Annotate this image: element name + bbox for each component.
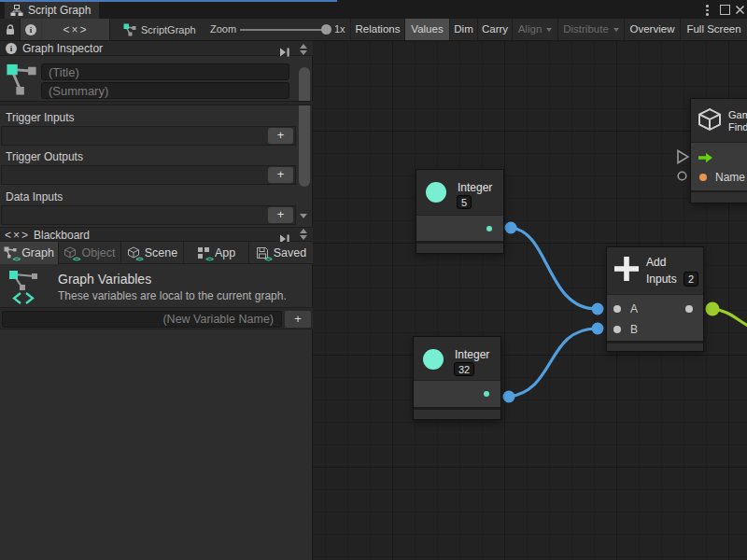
- relations-button[interactable]: Relations: [350, 19, 404, 40]
- graph-variables-heading: Graph Variables: [58, 272, 151, 287]
- add-icon: [614, 257, 639, 281]
- fullscreen-button[interactable]: Full Screen: [680, 19, 747, 40]
- tab-saved[interactable]: <> Saved: [249, 242, 313, 264]
- blackboard-scroll-up-icon[interactable]: [300, 229, 307, 233]
- integer-node-5[interactable]: Integer 5: [416, 170, 503, 253]
- graph-icon-large: [6, 62, 37, 96]
- output-port[interactable]: [685, 305, 693, 313]
- node-title: Integer: [455, 348, 489, 361]
- unconnected-flow-port-icon[interactable]: [678, 151, 688, 163]
- input-port-a[interactable]: [613, 305, 621, 313]
- zoom-slider-track[interactable]: [240, 29, 330, 31]
- node-body: A B: [607, 294, 703, 341]
- breadcrumb-label: ScriptGraph: [141, 24, 196, 35]
- add-data-input-button[interactable]: +: [268, 207, 293, 223]
- inspector-scroll-down-icon[interactable]: [300, 214, 307, 218]
- name-port-label: Name: [715, 171, 745, 184]
- add-trigger-output-button[interactable]: +: [268, 167, 293, 183]
- trigger-outputs-list: +: [1, 165, 296, 185]
- tab-app[interactable]: <> App: [184, 242, 249, 264]
- new-variable-row: +: [0, 307, 313, 329]
- window-menu-icon[interactable]: [706, 5, 709, 18]
- blackboard-scroll-down-icon[interactable]: [300, 235, 307, 240]
- trigger-outputs-label: Trigger Outputs: [6, 150, 83, 163]
- node-body: [416, 215, 503, 241]
- blackboard-header[interactable]: <×> Blackboard: [0, 227, 313, 242]
- toolbar-buttons: Relations Values Dim Carry Align Distrib…: [350, 19, 747, 40]
- add-node[interactable]: Add Inputs 2 A B: [607, 247, 703, 351]
- blackboard-title: Blackboard: [34, 228, 90, 243]
- distribute-caret-icon: [613, 28, 619, 32]
- tab-graph[interactable]: <> Graph: [0, 242, 59, 264]
- graph-variables-description: These variables are local to the current…: [58, 289, 287, 302]
- tab-title: Script Graph: [28, 4, 91, 17]
- node-title: Add: [646, 256, 666, 269]
- graph-variables-icon: [9, 269, 41, 306]
- blackboard-tabs: <> Graph <> Object <> Scene: [0, 242, 313, 264]
- script-graph-window: Script Graph i <×>: [0, 0, 747, 560]
- carry-button[interactable]: Carry: [477, 19, 512, 40]
- name-input-port[interactable]: [699, 174, 707, 181]
- inputs-label: Inputs: [646, 273, 677, 286]
- output-port[interactable]: [484, 391, 489, 397]
- tab-script-graph[interactable]: Script Graph: [5, 2, 99, 19]
- graph-inspector-header[interactable]: i Graph Inspector: [0, 41, 313, 56]
- wire-endpoint[interactable]: [592, 303, 604, 315]
- wire-integer5-to-add-a[interactable]: [511, 228, 597, 309]
- overview-button[interactable]: Overview: [624, 19, 680, 40]
- zoom-label: Zoom: [210, 19, 236, 40]
- integer-value-field[interactable]: 5: [457, 195, 472, 209]
- app-tab-icon: <>: [197, 246, 211, 260]
- add-variable-button[interactable]: +: [285, 311, 311, 328]
- toolbar: i <×> ScriptGraph Zoom 1x Relations Valu…: [0, 19, 747, 41]
- zoom-slider-knob[interactable]: [321, 24, 331, 35]
- lock-icon: [6, 24, 15, 35]
- node-title-line2: Find: [728, 121, 747, 133]
- input-port-b[interactable]: [613, 326, 621, 333]
- flow-input-port-icon[interactable]: [698, 153, 712, 162]
- node-title: Integer: [458, 181, 492, 194]
- integer-value-field[interactable]: 32: [454, 362, 474, 376]
- close-icon[interactable]: [735, 5, 745, 15]
- node-footer: [691, 192, 747, 203]
- title-field[interactable]: [41, 63, 289, 80]
- breadcrumb[interactable]: ScriptGraph: [123, 19, 196, 40]
- new-variable-input[interactable]: [2, 311, 282, 328]
- align-button[interactable]: Align: [512, 19, 557, 40]
- wire-endpoint[interactable]: [505, 222, 517, 234]
- maximize-icon[interactable]: [720, 5, 730, 15]
- wire-integer32-to-add-b[interactable]: [509, 329, 597, 397]
- wire-endpoint[interactable]: [706, 302, 720, 316]
- scroll-down-icon[interactable]: [300, 50, 307, 55]
- wire-endpoint[interactable]: [592, 323, 604, 335]
- info-button[interactable]: i: [21, 19, 42, 40]
- values-button[interactable]: Values: [404, 19, 449, 40]
- code-view-button[interactable]: <×>: [42, 19, 109, 40]
- node-footer: [607, 343, 703, 351]
- graph-canvas[interactable]: Integer 5 Integer 32: [313, 41, 747, 560]
- add-trigger-input-button[interactable]: +: [268, 128, 293, 144]
- output-port[interactable]: [486, 226, 492, 231]
- inspector-scrollbar[interactable]: [299, 67, 310, 187]
- inputs-count-field[interactable]: 2: [684, 272, 698, 287]
- scene-tab-icon: <>: [127, 246, 141, 260]
- graph-hierarchy-icon: [10, 5, 23, 16]
- port-b-label: B: [630, 323, 638, 336]
- port-a-label: A: [630, 302, 638, 315]
- node-header: Add Inputs 2: [607, 247, 703, 294]
- tab-scene[interactable]: <> Scene: [121, 242, 184, 264]
- node-header: Integer 32: [414, 337, 500, 380]
- dim-button[interactable]: Dim: [449, 19, 477, 40]
- lock-button[interactable]: [0, 19, 21, 40]
- data-inputs-label: Data Inputs: [6, 190, 63, 203]
- summary-field[interactable]: [41, 82, 289, 99]
- scroll-up-icon[interactable]: [300, 44, 307, 49]
- integer-node-32[interactable]: Integer 32: [414, 337, 500, 419]
- node-footer: [416, 244, 503, 253]
- distribute-button[interactable]: Distribute: [557, 19, 624, 40]
- maximize-panel-icon[interactable]: [279, 44, 290, 61]
- gameobject-find-node[interactable]: GameObject Find Name: [691, 99, 747, 203]
- wire-endpoint[interactable]: [503, 391, 515, 403]
- unconnected-value-port-icon[interactable]: [678, 172, 686, 180]
- tab-object[interactable]: <> Object: [59, 242, 121, 264]
